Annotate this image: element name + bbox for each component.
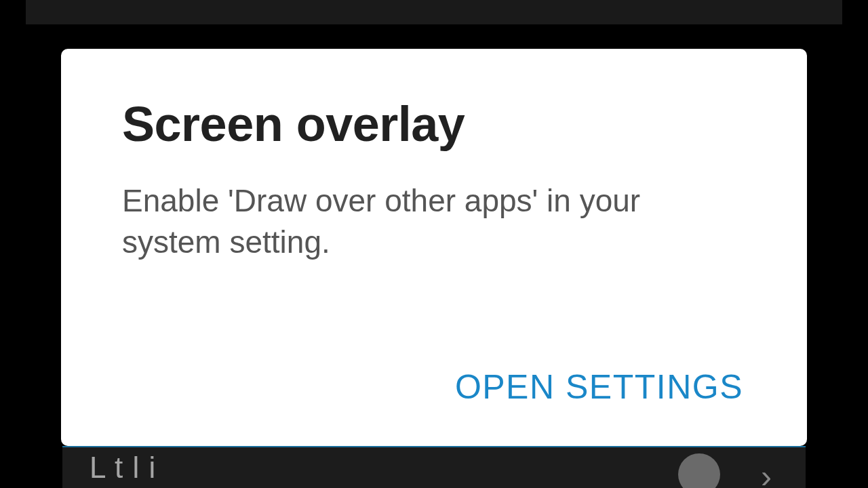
dialog-message: Enable 'Draw over other apps' in your sy… <box>122 180 746 342</box>
dialog-title: Screen overlay <box>122 96 746 152</box>
background-top-panel <box>26 0 842 24</box>
screen-overlay-dialog: Screen overlay Enable 'Draw over other a… <box>61 49 807 446</box>
background-bottom-panel: L t l i › <box>62 446 806 488</box>
dialog-actions: OPEN SETTINGS <box>122 362 746 412</box>
background-circle-icon <box>678 453 720 488</box>
open-settings-button[interactable]: OPEN SETTINGS <box>452 362 746 412</box>
background-right-controls: › <box>678 440 778 488</box>
background-partial-text: L t l i <box>90 451 156 485</box>
chevron-right-icon: › <box>761 458 772 489</box>
